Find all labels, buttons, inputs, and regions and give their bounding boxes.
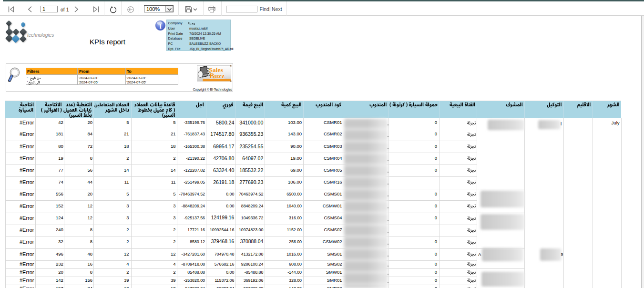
svg-text:technologies: technologies: [27, 32, 54, 38]
svg-text:Buzz: Buzz: [209, 72, 225, 79]
svg-text:i: i: [159, 22, 161, 30]
